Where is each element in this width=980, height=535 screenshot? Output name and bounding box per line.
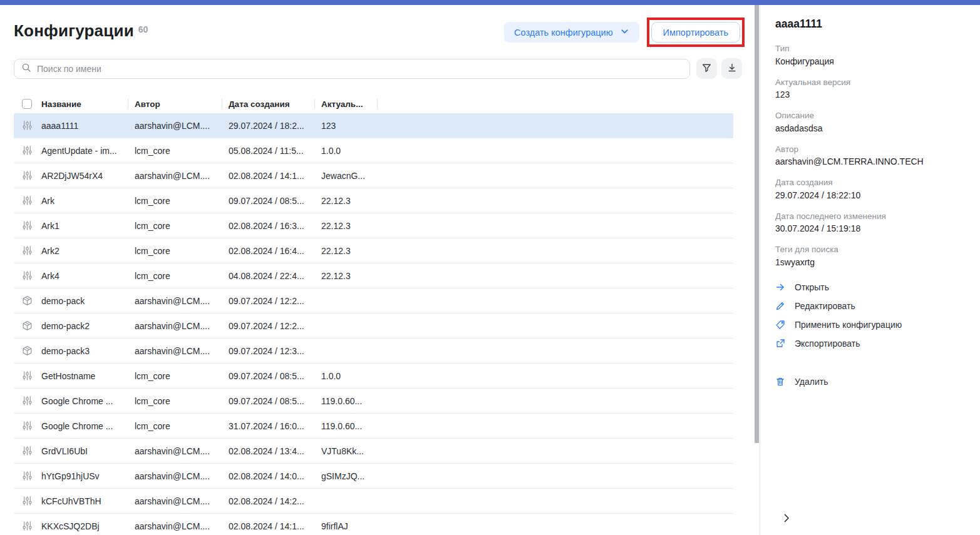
row-author: lcm_core (135, 221, 229, 231)
row-author: aarshavin@LCM.... (135, 171, 229, 181)
table-row[interactable]: Ark2 lcm_core 02.08.2024 / 16:4... 22.12… (14, 238, 733, 263)
table-row[interactable]: AgentUpdate - im... lcm_core 05.08.2024 … (14, 138, 733, 163)
row-version: VJTu8Kk... (321, 446, 384, 456)
row-name: demo-pack3 (41, 346, 135, 356)
create-configuration-label: Создать конфигурацию (514, 28, 613, 38)
row-name: KKXcSJQ2DBj (41, 521, 135, 531)
sliders-icon (22, 120, 33, 131)
sliders-icon (22, 145, 33, 156)
funnel-icon (701, 63, 712, 75)
field-value: Конфигурация (775, 55, 965, 68)
row-author: aarshavin@LCM.... (135, 446, 229, 456)
table-row[interactable]: GetHostname lcm_core 09.07.2024 / 08:5..… (14, 364, 733, 389)
row-version: 9firflAJ (321, 521, 384, 531)
action-tag[interactable]: Применить конфигурацию (775, 320, 965, 330)
table-row[interactable]: Ark4 lcm_core 04.08.2024 / 22:4... 22.12… (14, 263, 733, 288)
search-row (0, 47, 760, 79)
export-table-button[interactable] (721, 58, 742, 79)
row-name: kCFcUhVBThH (41, 496, 135, 506)
row-author: aarshavin@LCM.... (135, 471, 229, 481)
row-name: hYtGp91hjUSv (41, 471, 135, 481)
row-created: 09.07.2024 / 12:2... (229, 296, 321, 306)
create-configuration-button[interactable]: Создать конфигурацию (504, 22, 639, 43)
table-row[interactable]: hYtGp91hjUSv aarshavin@LCM.... 02.08.202… (14, 464, 733, 489)
field-value: 29.07.2024 / 18:22:10 (775, 189, 965, 202)
package-icon (22, 345, 33, 356)
row-author: lcm_core (135, 421, 229, 431)
table-row[interactable]: KKXcSJQ2DBj aarshavin@LCM.... 02.08.2024… (14, 514, 733, 535)
field-label: Теги для поиска (775, 243, 965, 256)
row-name: Google Chrome ... (41, 421, 135, 431)
row-created: 02.08.2024 / 14:0... (229, 471, 321, 481)
row-author: aarshavin@LCM.... (135, 296, 229, 306)
field-value: 1swyaxrtg (775, 256, 965, 269)
row-author: aarshavin@LCM.... (135, 346, 229, 356)
row-version: 123 (321, 121, 384, 131)
details-title: aaaa1111 (775, 18, 965, 31)
table-row[interactable]: demo-pack2 aarshavin@LCM.... 09.07.2024 … (14, 313, 733, 339)
row-version: 22.12.3 (321, 271, 384, 281)
row-created: 02.08.2024 / 14:1... (229, 521, 321, 531)
table-row[interactable]: demo-pack aarshavin@LCM.... 09.07.2024 /… (14, 288, 733, 313)
sliders-icon (22, 220, 33, 231)
action-pencil[interactable]: Редактировать (775, 301, 965, 311)
table-row[interactable]: Google Chrome ... lcm_core 31.07.2024 / … (14, 414, 733, 439)
import-button[interactable]: Импортировать (651, 22, 740, 43)
sliders-icon (22, 521, 33, 531)
table-row[interactable]: Ark lcm_core 09.07.2024 / 08:5... 22.12.… (14, 188, 733, 213)
row-created: 09.07.2024 / 08:5... (229, 396, 321, 406)
table-row[interactable]: demo-pack3 aarshavin@LCM.... 09.07.2024 … (14, 339, 733, 364)
tag-icon (775, 320, 785, 330)
details-fields: Тип Конфигурация Актуальная версия 123 О… (775, 43, 965, 269)
row-version: 1.0.0 (321, 371, 384, 381)
field-label: Дата создания (775, 176, 965, 189)
package-icon (22, 295, 33, 306)
action-label: Редактировать (795, 301, 855, 311)
row-created: 09.07.2024 / 12:3... (229, 346, 321, 356)
table-row[interactable]: Google Chrome ... lcm_core 09.07.2024 / … (14, 389, 733, 414)
field-value: 30.07.2024 / 15:19:18 (775, 222, 965, 235)
vertical-scrollbar-thumb[interactable] (755, 5, 759, 443)
row-author: lcm_core (135, 146, 229, 156)
details-field: Дата создания 29.07.2024 / 18:22:10 (775, 176, 965, 202)
sliders-icon (22, 370, 33, 381)
search-box[interactable] (14, 59, 690, 79)
table-row[interactable]: Ark1 lcm_core 02.08.2024 / 16:3... 22.12… (14, 213, 733, 238)
row-author: lcm_core (135, 271, 229, 281)
action-trash[interactable]: Удалить (775, 377, 965, 387)
column-header-created: Дата создания (229, 99, 321, 109)
row-version: 119.0.60... (321, 396, 384, 406)
page-title-wrap: Конфигурации60 (14, 21, 504, 41)
row-author: aarshavin@LCM.... (135, 321, 229, 331)
row-created: 02.08.2024 / 16:3... (229, 221, 321, 231)
action-arrow-right[interactable]: Открыть (775, 282, 965, 292)
table-body: aaaa1111 aarshavin@LCM.... 29.07.2024 / … (14, 113, 733, 535)
row-name: aaaa1111 (41, 121, 135, 131)
table-row[interactable]: GrdVLI6UbI aarshavin@LCM.... 02.08.2024 … (14, 439, 733, 464)
row-author: aarshavin@LCM.... (135, 121, 229, 131)
collapse-panel-button[interactable] (780, 512, 793, 526)
table-row[interactable]: AR2DjJW54rX4 aarshavin@LCM.... 02.08.202… (14, 163, 733, 188)
details-panel: aaaa1111 Тип Конфигурация Актуальная вер… (760, 5, 980, 535)
configurations-table: Название Автор Дата создания Актуаль... … (14, 94, 733, 535)
row-author: aarshavin@LCM.... (135, 496, 229, 506)
select-all-checkbox[interactable] (22, 99, 32, 109)
details-field: Актуальная версия 123 (775, 76, 965, 102)
row-version: 22.12.3 (321, 221, 384, 231)
row-created: 29.07.2024 / 18:2... (229, 121, 321, 131)
row-created: 02.08.2024 / 16:4... (229, 246, 321, 256)
field-value: aarshavin@LCM.TERRA.INNO.TECH (775, 155, 965, 168)
row-created: 09.07.2024 / 12:2... (229, 321, 321, 331)
sliders-icon (22, 471, 33, 481)
search-input[interactable] (37, 64, 683, 74)
column-header-author: Автор (135, 99, 229, 109)
table-row[interactable]: kCFcUhVBThH aarshavin@LCM.... 02.08.2024… (14, 489, 733, 514)
arrow-right-icon (775, 282, 785, 292)
row-created: 09.07.2024 / 08:5... (229, 196, 321, 206)
column-header-version: Актуаль... (321, 99, 384, 109)
table-row[interactable]: aaaa1111 aarshavin@LCM.... 29.07.2024 / … (14, 113, 733, 138)
row-created: 31.07.2024 / 16:0... (229, 421, 321, 431)
action-export[interactable]: Экспортировать (775, 339, 965, 349)
filter-button[interactable] (696, 58, 717, 79)
sliders-icon (22, 496, 33, 506)
